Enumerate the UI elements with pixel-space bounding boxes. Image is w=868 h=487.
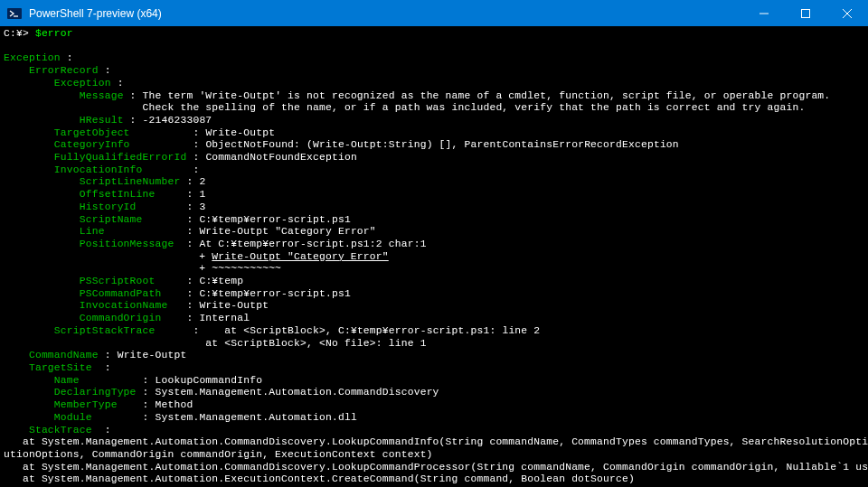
stacktrace-line1: at System.Management.Automation.CommandD… [4, 436, 868, 447]
membertype-key: MemberType [54, 399, 118, 410]
terminal-output[interactable]: C:¥> $error Exception : ErrorRecord : Ex… [0, 26, 868, 487]
maximize-icon [801, 9, 810, 18]
historyid-val: 3 [199, 201, 205, 212]
categoryinfo-val: ObjectNotFound: (Write-Outpt:String) [],… [205, 139, 678, 150]
message-line1: The term 'Write-Outpt' is not recognized… [143, 90, 831, 101]
scriptstacktrace-key: ScriptStackTrace [54, 325, 156, 336]
module-key: Module [54, 412, 92, 423]
stacktrace-line3: at System.Management.Automation.CommandD… [4, 462, 868, 473]
targetobject-key: TargetObject [54, 127, 130, 138]
invocationname-val: Write-Outpt [199, 300, 269, 311]
line-val: Write-Outpt "Category Error" [199, 226, 375, 237]
close-button[interactable] [826, 0, 868, 26]
message-key: Message [80, 90, 124, 101]
positionmessage-val3: + ~~~~~~~~~~~ [199, 263, 281, 274]
module-val: System.Management.Automation.dll [156, 412, 357, 423]
commandorigin-val: Internal [199, 313, 250, 323]
pscommandpath-key: PSCommandPath [80, 288, 162, 299]
powershell-icon [7, 6, 22, 21]
commandorigin-key: CommandOrigin [80, 313, 162, 323]
stacktrace-key: StackTrace [29, 425, 92, 435]
minimize-button[interactable] [743, 0, 785, 26]
close-icon [843, 9, 852, 18]
declaringtype-val: System.Management.Automation.CommandDisc… [156, 387, 439, 398]
prompt-command: $error [35, 28, 73, 39]
targetsite-key: TargetSite [29, 362, 92, 373]
scriptstacktrace-val2: at <ScriptBlock>, <No file>: line 1 [186, 338, 426, 349]
psscriptroot-val: C:¥temp [199, 276, 243, 286]
offsetinline-key: OffsetInLine [80, 189, 156, 200]
psscriptroot-key: PSScriptRoot [80, 276, 156, 286]
exception-header: Exception [4, 52, 61, 63]
membertype-val: Method [156, 399, 193, 410]
minimize-icon [760, 9, 769, 18]
commandname-key: CommandName [29, 350, 99, 361]
scriptlinenumber-key: ScriptLineNumber [80, 176, 181, 187]
line-key: Line [80, 226, 105, 237]
svg-rect-1 [802, 9, 810, 17]
app-window: PowerShell 7-preview (x64) C:¥> $error E… [0, 0, 868, 487]
titlebar[interactable]: PowerShell 7-preview (x64) [0, 0, 868, 26]
positionmessage-val2b: Write-Outpt "Category Error" [212, 251, 388, 262]
stacktrace-line4: at System.Management.Automation.Executio… [4, 473, 635, 484]
scriptname-val: C:¥temp¥error-script.ps1 [199, 214, 351, 225]
positionmessage-key: PositionMessage [80, 239, 175, 249]
commandname-val: Write-Outpt [118, 350, 187, 361]
declaringtype-key: DeclaringType [54, 387, 137, 398]
categoryinfo-key: CategoryInfo [54, 139, 130, 150]
fqid-val: CommandNotFoundException [205, 152, 357, 163]
error-record-key: ErrorRecord [29, 65, 99, 76]
positionmessage-val1: At C:¥temp¥error-script.ps1:2 char:1 [199, 239, 426, 249]
historyid-key: HistoryId [80, 201, 137, 212]
hresult-val: -2146233087 [143, 115, 212, 126]
targetobject-val: Write-Outpt [205, 127, 275, 138]
offsetinline-val: 1 [199, 189, 205, 200]
pscommandpath-val: C:¥temp¥error-script.ps1 [199, 288, 351, 299]
message-line2: Check the spelling of the name, or if a … [143, 102, 806, 113]
hresult-key: HResult [80, 115, 124, 126]
name-key: Name [54, 375, 80, 386]
positionmessage-val2a: + [199, 251, 212, 262]
scriptname-key: ScriptName [80, 214, 143, 225]
maximize-button[interactable] [785, 0, 826, 26]
invocationname-key: InvocationName [80, 300, 168, 311]
scriptstacktrace-val1: at <ScriptBlock>, C:¥temp¥error-script.p… [205, 325, 540, 336]
fqid-key: FullyQualifiedErrorId [54, 152, 187, 163]
window-controls [743, 0, 868, 26]
invocationinfo-key: InvocationInfo [54, 164, 143, 175]
prompt-path: C:¥> [4, 28, 29, 39]
exception2-key: Exception [54, 78, 111, 89]
window-title: PowerShell 7-preview (x64) [27, 7, 743, 20]
scriptlinenumber-val: 2 [199, 176, 205, 187]
stacktrace-line2: utionOptions, CommandOrigin commandOrigi… [4, 449, 433, 460]
name-val: LookupCommandInfo [156, 375, 263, 386]
